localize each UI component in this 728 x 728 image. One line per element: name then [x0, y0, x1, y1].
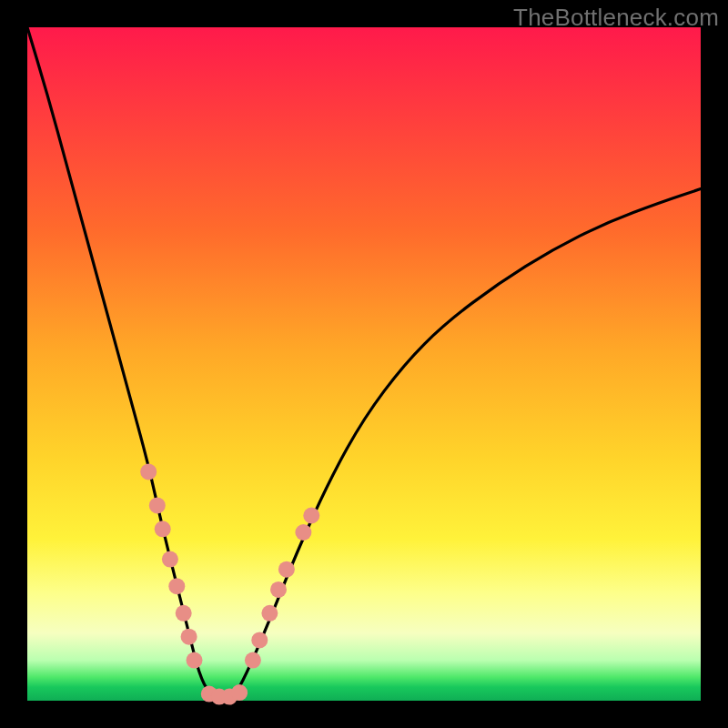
marker-point — [251, 632, 268, 648]
marker-point — [149, 497, 166, 513]
marker-point — [245, 652, 261, 669]
chart-stage: TheBottleneck.com — [0, 0, 728, 728]
marker-point — [278, 561, 295, 578]
marker-point — [295, 524, 311, 541]
marker-point — [303, 508, 319, 524]
marker-point — [176, 605, 192, 622]
marker-point — [231, 684, 248, 701]
marker-point — [162, 551, 178, 568]
bottleneck-curve — [27, 27, 701, 701]
marker-point — [270, 581, 287, 598]
marker-point — [140, 463, 157, 480]
marker-point — [261, 605, 278, 622]
plot-area — [27, 27, 701, 701]
marker-point — [155, 521, 171, 537]
marker-point — [168, 578, 185, 594]
marker-point — [187, 652, 203, 669]
marker-point — [181, 629, 197, 645]
